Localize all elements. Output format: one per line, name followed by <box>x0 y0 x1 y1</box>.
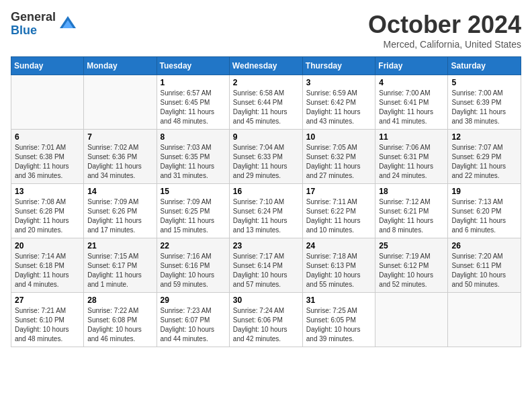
calendar-cell: 7Sunrise: 7:02 AM Sunset: 6:36 PM Daylig… <box>84 130 157 184</box>
day-info: Sunrise: 7:08 AM Sunset: 6:28 PM Dayligh… <box>15 197 80 235</box>
day-number: 10 <box>306 132 372 142</box>
calendar-cell: 16Sunrise: 7:10 AM Sunset: 6:24 PM Dayli… <box>229 184 302 238</box>
day-number: 5 <box>451 78 517 87</box>
day-number: 22 <box>161 241 226 250</box>
day-info: Sunrise: 7:25 AM Sunset: 6:05 PM Dayligh… <box>306 306 372 344</box>
calendar-cell: 29Sunrise: 7:23 AM Sunset: 6:07 PM Dayli… <box>157 293 229 347</box>
calendar-cell: 31Sunrise: 7:25 AM Sunset: 6:05 PM Dayli… <box>302 293 375 347</box>
calendar-cell: 15Sunrise: 7:09 AM Sunset: 6:25 PM Dayli… <box>157 184 229 238</box>
day-number: 17 <box>306 187 372 196</box>
calendar-cell: 27Sunrise: 7:21 AM Sunset: 6:10 PM Dayli… <box>11 293 84 347</box>
day-info: Sunrise: 7:19 AM Sunset: 6:12 PM Dayligh… <box>379 252 444 289</box>
day-number: 23 <box>233 241 299 250</box>
calendar-cell <box>84 75 157 130</box>
day-number: 13 <box>15 187 80 196</box>
day-number: 6 <box>15 132 80 142</box>
day-info: Sunrise: 7:21 AM Sunset: 6:10 PM Dayligh… <box>15 306 80 344</box>
day-info: Sunrise: 7:16 AM Sunset: 6:16 PM Dayligh… <box>161 252 226 289</box>
day-number: 9 <box>233 132 299 142</box>
calendar-cell: 11Sunrise: 7:06 AM Sunset: 6:31 PM Dayli… <box>375 130 448 184</box>
calendar-week-row: 13Sunrise: 7:08 AM Sunset: 6:28 PM Dayli… <box>11 184 521 238</box>
calendar-cell: 3Sunrise: 6:59 AM Sunset: 6:42 PM Daylig… <box>302 75 375 130</box>
day-number: 15 <box>161 187 226 196</box>
logo-blue-text: Blue <box>11 24 56 38</box>
day-number: 28 <box>87 295 152 305</box>
calendar-week-row: 27Sunrise: 7:21 AM Sunset: 6:10 PM Dayli… <box>11 293 521 347</box>
calendar-cell: 17Sunrise: 7:11 AM Sunset: 6:22 PM Dayli… <box>302 184 375 238</box>
day-info: Sunrise: 7:06 AM Sunset: 6:31 PM Dayligh… <box>379 143 444 181</box>
day-number: 29 <box>161 295 226 305</box>
calendar-cell: 13Sunrise: 7:08 AM Sunset: 6:28 PM Dayli… <box>11 184 84 238</box>
calendar-week-row: 20Sunrise: 7:14 AM Sunset: 6:18 PM Dayli… <box>11 238 521 293</box>
day-number: 20 <box>15 241 80 250</box>
day-info: Sunrise: 7:20 AM Sunset: 6:11 PM Dayligh… <box>451 252 517 289</box>
day-number: 2 <box>233 78 299 87</box>
calendar-table: SundayMondayTuesdayWednesdayThursdayFrid… <box>11 56 521 347</box>
day-number: 8 <box>161 132 226 142</box>
calendar-cell: 21Sunrise: 7:15 AM Sunset: 6:17 PM Dayli… <box>84 238 157 293</box>
calendar-cell: 28Sunrise: 7:22 AM Sunset: 6:08 PM Dayli… <box>84 293 157 347</box>
day-number: 30 <box>233 295 299 305</box>
calendar-cell: 25Sunrise: 7:19 AM Sunset: 6:12 PM Dayli… <box>375 238 448 293</box>
day-number: 16 <box>233 187 299 196</box>
weekday-header-friday: Friday <box>375 57 448 75</box>
calendar-cell: 18Sunrise: 7:12 AM Sunset: 6:21 PM Dayli… <box>375 184 448 238</box>
day-number: 4 <box>379 78 444 87</box>
weekday-header-monday: Monday <box>84 57 157 75</box>
calendar-cell: 12Sunrise: 7:07 AM Sunset: 6:29 PM Dayli… <box>448 130 521 184</box>
calendar-cell <box>11 75 84 130</box>
day-info: Sunrise: 7:24 AM Sunset: 6:06 PM Dayligh… <box>233 306 299 344</box>
day-number: 27 <box>15 295 80 305</box>
weekday-header-row: SundayMondayTuesdayWednesdayThursdayFrid… <box>11 57 521 75</box>
day-info: Sunrise: 7:02 AM Sunset: 6:36 PM Dayligh… <box>87 143 152 181</box>
calendar-cell: 1Sunrise: 6:57 AM Sunset: 6:45 PM Daylig… <box>157 75 229 130</box>
calendar-cell: 2Sunrise: 6:58 AM Sunset: 6:44 PM Daylig… <box>229 75 302 130</box>
day-info: Sunrise: 7:07 AM Sunset: 6:29 PM Dayligh… <box>451 143 517 181</box>
day-number: 26 <box>451 241 517 250</box>
location-title: Merced, California, United States <box>368 39 521 50</box>
calendar-cell: 23Sunrise: 7:17 AM Sunset: 6:14 PM Dayli… <box>229 238 302 293</box>
logo-general-text: General <box>11 11 56 24</box>
day-info: Sunrise: 6:57 AM Sunset: 6:45 PM Dayligh… <box>161 89 226 126</box>
calendar-week-row: 1Sunrise: 6:57 AM Sunset: 6:45 PM Daylig… <box>11 75 521 130</box>
day-number: 19 <box>451 187 517 196</box>
logo-icon <box>58 15 77 34</box>
day-info: Sunrise: 7:00 AM Sunset: 6:39 PM Dayligh… <box>451 89 517 126</box>
day-info: Sunrise: 7:00 AM Sunset: 6:41 PM Dayligh… <box>379 89 444 126</box>
day-number: 24 <box>306 241 372 250</box>
day-number: 18 <box>379 187 444 196</box>
title-block: October 2024 Merced, California, United … <box>368 11 521 50</box>
day-number: 1 <box>161 78 226 87</box>
day-info: Sunrise: 7:13 AM Sunset: 6:20 PM Dayligh… <box>451 197 517 235</box>
day-info: Sunrise: 7:22 AM Sunset: 6:08 PM Dayligh… <box>87 306 152 344</box>
calendar-cell: 26Sunrise: 7:20 AM Sunset: 6:11 PM Dayli… <box>448 238 521 293</box>
calendar-cell: 30Sunrise: 7:24 AM Sunset: 6:06 PM Dayli… <box>229 293 302 347</box>
day-info: Sunrise: 7:11 AM Sunset: 6:22 PM Dayligh… <box>306 197 372 235</box>
day-number: 3 <box>306 78 372 87</box>
calendar-cell: 4Sunrise: 7:00 AM Sunset: 6:41 PM Daylig… <box>375 75 448 130</box>
day-info: Sunrise: 6:59 AM Sunset: 6:42 PM Dayligh… <box>306 89 372 126</box>
day-number: 31 <box>306 295 372 305</box>
weekday-header-wednesday: Wednesday <box>229 57 302 75</box>
day-info: Sunrise: 6:58 AM Sunset: 6:44 PM Dayligh… <box>233 89 299 126</box>
weekday-header-sunday: Sunday <box>11 57 84 75</box>
day-info: Sunrise: 7:12 AM Sunset: 6:21 PM Dayligh… <box>379 197 444 235</box>
day-info: Sunrise: 7:01 AM Sunset: 6:38 PM Dayligh… <box>15 143 80 181</box>
calendar-cell: 14Sunrise: 7:09 AM Sunset: 6:26 PM Dayli… <box>84 184 157 238</box>
calendar-cell: 6Sunrise: 7:01 AM Sunset: 6:38 PM Daylig… <box>11 130 84 184</box>
calendar-cell: 5Sunrise: 7:00 AM Sunset: 6:39 PM Daylig… <box>448 75 521 130</box>
calendar-week-row: 6Sunrise: 7:01 AM Sunset: 6:38 PM Daylig… <box>11 130 521 184</box>
month-title: October 2024 <box>368 11 521 39</box>
header: General Blue October 2024 Merced, Califo… <box>11 11 521 50</box>
day-number: 25 <box>379 241 444 250</box>
calendar-cell <box>375 293 448 347</box>
day-info: Sunrise: 7:05 AM Sunset: 6:32 PM Dayligh… <box>306 143 372 181</box>
calendar-cell: 20Sunrise: 7:14 AM Sunset: 6:18 PM Dayli… <box>11 238 84 293</box>
day-info: Sunrise: 7:17 AM Sunset: 6:14 PM Dayligh… <box>233 252 299 289</box>
day-number: 14 <box>87 187 152 196</box>
weekday-header-thursday: Thursday <box>302 57 375 75</box>
day-info: Sunrise: 7:09 AM Sunset: 6:25 PM Dayligh… <box>161 197 226 235</box>
logo: General Blue <box>11 11 77 38</box>
calendar-cell: 19Sunrise: 7:13 AM Sunset: 6:20 PM Dayli… <box>448 184 521 238</box>
calendar-cell <box>448 293 521 347</box>
